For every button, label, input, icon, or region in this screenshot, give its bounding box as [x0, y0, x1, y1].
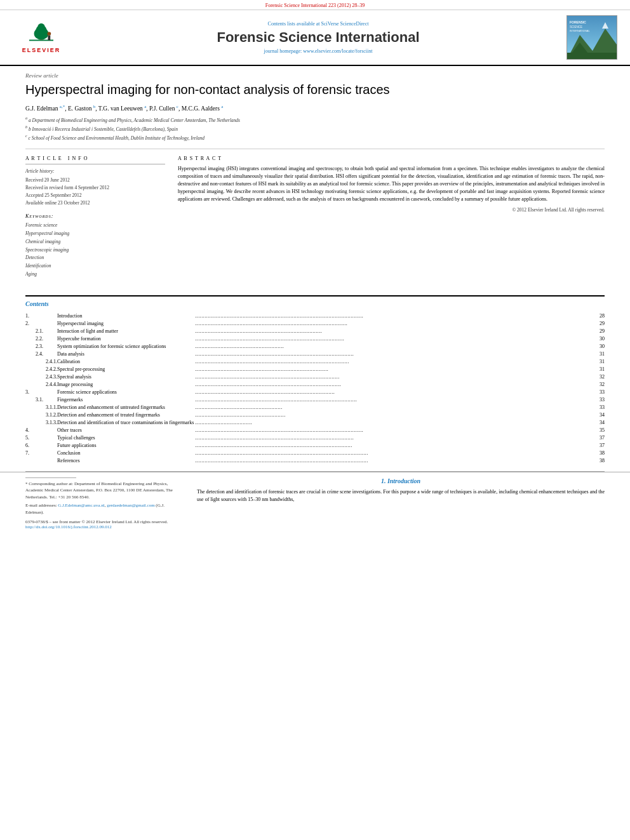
toc-page: 32 — [597, 381, 605, 389]
contents-section: Contents 1. Introduction ...............… — [0, 300, 630, 465]
toc-dots: ........................................… — [195, 411, 597, 419]
doi-value: http://dx.doi.org/10.1016/j.forsciint.20… — [25, 524, 112, 530]
toc-num: 2.4.2. — [25, 366, 57, 373]
toc-num: 2.4.1. — [25, 358, 57, 366]
toc-row: 2.4.1. Calibration .....................… — [25, 358, 605, 366]
toc-page: 37 — [597, 442, 605, 450]
keyword-7: Aging — [25, 270, 165, 279]
toc-label-text: Other traces — [57, 427, 195, 434]
email-1[interactable]: G.J.Edelman@amc.uva.nl — [58, 503, 104, 508]
toc-page: 33 — [597, 404, 605, 411]
toc-label-text: Hyperspectral imaging — [57, 320, 195, 328]
history-label: Article history: — [25, 168, 165, 175]
toc-dots: ........................................… — [195, 335, 597, 343]
intro-text: The detection and identification of fore… — [197, 488, 605, 504]
received-1: Received 20 June 2012 — [25, 177, 165, 184]
toc-row: 2.4.2. Spectral pre-processing .........… — [25, 366, 605, 373]
toc-page: 33 — [597, 389, 605, 396]
article-history-section: A R T I C L E I N F O Article history: R… — [25, 156, 165, 207]
authors: G.J. Edelman a,*, E. Gaston b, T.G. van … — [25, 104, 605, 112]
article-info-title: A R T I C L E I N F O — [25, 156, 165, 161]
keyword-1: Forensic science — [25, 222, 165, 230]
toc-label-text: Typical challenges — [57, 434, 195, 442]
journal-title-block: Contents lists available at SciVerse Sci… — [70, 21, 566, 54]
issn-text: 0379-0738/$ – see front matter © 2012 El… — [25, 519, 178, 530]
corresponding-author-note: * Corresponding author at: Department of… — [25, 481, 178, 501]
toc-dots: ........................................… — [195, 328, 597, 335]
star-note-text: * Corresponding author at: Department of… — [25, 481, 173, 500]
article-type: Review article — [25, 72, 605, 79]
toc-num: 2.1. — [25, 328, 57, 335]
toc-row: 6. Future applications .................… — [25, 442, 605, 450]
toc-row: 3.1.2. Detection and enhancement of trea… — [25, 411, 605, 419]
toc-num: 6. — [25, 442, 57, 450]
toc-page: 29 — [597, 328, 605, 335]
toc-num: 1. — [25, 312, 57, 320]
toc-page: 38 — [597, 457, 605, 465]
journal-citation: Forensic Science International 223 (2012… — [0, 0, 630, 10]
toc-num: 5. — [25, 434, 57, 442]
toc-page: 35 — [597, 427, 605, 434]
toc-row: 3.1. Fingermarks .......................… — [25, 396, 605, 404]
article-history: Article history: Received 20 June 2012 R… — [25, 168, 165, 207]
toc-dots: ........................................… — [195, 373, 597, 381]
contents-title: Contents — [25, 300, 605, 307]
toc-row: 2.3. System optimization for forensic sc… — [25, 343, 605, 350]
sciverse-name[interactable]: SciVerse ScienceDirect — [321, 21, 369, 27]
toc-row: 2. Hyperspectral imaging ...............… — [25, 320, 605, 328]
toc-page: 31 — [597, 366, 605, 373]
footnote-rule — [25, 477, 76, 478]
toc-dots: ........................................… — [195, 358, 597, 366]
toc-dots: ........................................… — [195, 366, 597, 373]
toc-num: 3.1. — [25, 396, 57, 404]
toc-row: 3.1.3. Detection and identification of t… — [25, 419, 605, 427]
keyword-4: Spectroscopic imaging — [25, 246, 165, 255]
toc-page: 32 — [597, 373, 605, 381]
keyword-3: Chemical imaging — [25, 238, 165, 246]
article-info: A R T I C L E I N F O Article history: R… — [25, 156, 165, 284]
toc-page: 30 — [597, 335, 605, 343]
keywords-list: Forensic science Hyperspectral imaging C… — [25, 222, 165, 278]
homepage-url[interactable]: journal homepage: www.elsevier.com/locat… — [264, 48, 373, 54]
toc-dots: ........................................… — [195, 381, 597, 389]
affiliation-c: c c School of Food Science and Environme… — [25, 133, 605, 142]
toc-num: 2.3. — [25, 343, 57, 350]
footnotes-column: * Corresponding author at: Department of… — [25, 477, 178, 530]
toc-label-text: Forensic science applications — [57, 389, 195, 396]
toc-row: 1. Introduction ........................… — [25, 312, 605, 320]
toc-num: 3.1.2. — [25, 411, 57, 419]
article-body: A R T I C L E I N F O Article history: R… — [25, 149, 605, 284]
issn-value: 0379-0738/$ – see front matter © 2012 El… — [25, 519, 178, 524]
toc-label-text: Calibration — [57, 358, 195, 366]
toc-dots: ........................................… — [195, 350, 597, 358]
keywords-section: Keywords: Forensic science Hyperspectral… — [25, 213, 165, 278]
toc-row: 3. Forensic science applications .......… — [25, 389, 605, 396]
toc-row: 2.4.4. Image processing ................… — [25, 381, 605, 389]
toc-num: 2.4. — [25, 350, 57, 358]
toc-num: 2. — [25, 320, 57, 328]
abstract-title: A B S T R A C T — [178, 156, 605, 161]
toc-row: 2.4.3. Spectral analysis ...............… — [25, 373, 605, 381]
abstract-block: A B S T R A C T Hyperspectral imaging (H… — [178, 156, 605, 284]
toc-table: 1. Introduction ........................… — [25, 312, 605, 465]
affiliation-a: a a Department of Biomedical Engineering… — [25, 116, 605, 124]
introduction-column: 1. Introduction The detection and identi… — [197, 477, 605, 530]
sciverse-text: Contents lists available at — [268, 21, 320, 27]
toc-label-text: References — [57, 457, 195, 465]
toc-row: 7. Conclusion ..........................… — [25, 450, 605, 457]
abstract-text: Hyperspectral imaging (HSI) integrates c… — [178, 165, 605, 203]
doi-link[interactable]: http://dx.doi.org/10.1016/j.forsciint.20… — [25, 524, 178, 530]
email-2[interactable]: gerdaedelman@gmail.com — [107, 503, 154, 508]
toc-page: 38 — [597, 450, 605, 457]
affiliation-b: b b Innovació i Recerca Industrial i Sos… — [25, 124, 605, 133]
toc-page: 30 — [597, 343, 605, 350]
article-title: Hyperspectral imaging for non-contact an… — [25, 81, 605, 98]
toc-dots: ........................................… — [195, 450, 597, 457]
toc-page: 31 — [597, 350, 605, 358]
toc-dots: ........................................… — [195, 434, 597, 442]
svg-rect-11 — [567, 53, 617, 59]
toc-label-text: Detection and identification of trace co… — [57, 419, 195, 427]
toc-dots: ........................................… — [195, 396, 597, 404]
toc-dots: ........................................… — [195, 457, 597, 465]
toc-num: 2.4.4. — [25, 381, 57, 389]
